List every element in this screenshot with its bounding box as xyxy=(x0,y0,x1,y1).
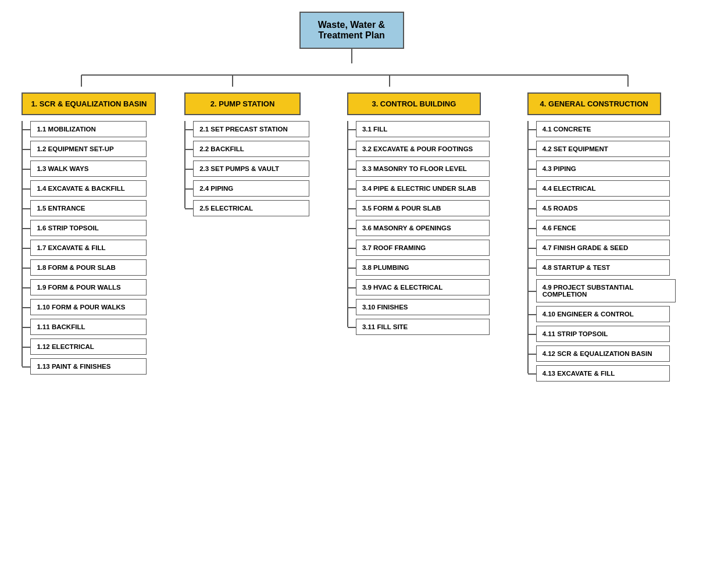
category-header-2: 2. PUMP STATION xyxy=(184,92,301,115)
list-item: 3.2 EXCAVATE & POUR FOOTINGS xyxy=(356,141,490,157)
list-item: 3.9 HVAC & ELECTRICAL xyxy=(356,279,490,295)
list-item: 4.7 FINISH GRADE & SEED xyxy=(536,240,670,256)
column-1: 1. SCR & EQUALIZATION BASIN 1.1 MOBILIZA… xyxy=(22,87,158,378)
list-item: 1.2 EQUIPMENT SET-UP xyxy=(30,141,147,157)
list-item: 4.1 CONCRETE xyxy=(536,121,670,137)
cat3-label: 3. CONTROL BUILDING xyxy=(372,99,456,108)
list-item: 4.5 ROADS xyxy=(536,200,670,216)
diagram-container: Waste, Water & Treatment Plan xyxy=(0,0,703,397)
horizontal-connector-svg xyxy=(6,63,697,87)
list-item: 1.12 ELECTRICAL xyxy=(30,338,147,355)
category-header-3: 3. CONTROL BUILDING xyxy=(347,92,481,115)
list-item: 4.12 SCR & EQUALIZATION BASIN xyxy=(536,345,670,362)
list-item: 4.8 STARTUP & TEST xyxy=(536,259,670,276)
list-item: 3.1 FILL xyxy=(356,121,490,137)
list-item: 1.3 WALK WAYS xyxy=(30,161,147,177)
list-item: 3.3 MASONRY TO FLOOR LEVEL xyxy=(356,161,490,177)
list-item: 2.3 SET PUMPS & VAULT xyxy=(193,161,309,177)
list-item: 1.7 EXCAVATE & FILL xyxy=(30,240,147,256)
list-item: 4.4 ELECTRICAL xyxy=(536,180,670,197)
list-item: 2.5 ELECTRICAL xyxy=(193,200,309,216)
category-header-1: 1. SCR & EQUALIZATION BASIN xyxy=(22,92,156,115)
root-node: Waste, Water & Treatment Plan xyxy=(299,12,404,49)
list-item: 4.11 STRIP TOPSOIL xyxy=(536,326,670,342)
column-1-items: 1.1 MOBILIZATION 1.2 EQUIPMENT SET-UP 1.… xyxy=(22,121,147,378)
list-item: 1.11 BACKFILL xyxy=(30,319,147,335)
list-item: 3.6 MASONRY & OPENINGS xyxy=(356,220,490,236)
list-item: 2.2 BACKFILL xyxy=(193,141,309,157)
list-item: 1.13 PAINT & FINISHES xyxy=(30,358,147,375)
list-item: 4.13 EXCAVATE & FILL xyxy=(536,365,670,382)
column-4-items: 4.1 CONCRETE 4.2 SET EQUIPMENT 4.3 PIPIN… xyxy=(527,121,676,385)
list-item: 2.1 SET PRECAST STATION xyxy=(193,121,309,137)
list-item: 4.2 SET EQUIPMENT xyxy=(536,141,670,157)
list-item: 3.4 PIPE & ELECTRIC UNDER SLAB xyxy=(356,180,490,197)
list-item: 1.10 FORM & POUR WALKS xyxy=(30,299,147,315)
list-item: 4.6 FENCE xyxy=(536,220,670,236)
cat4-label: 4. GENERAL CONSTRUCTION xyxy=(540,99,648,108)
list-item: 3.7 ROOF FRAMING xyxy=(356,240,490,256)
cat2-label: 2. PUMP STATION xyxy=(210,99,275,108)
list-item: 3.8 PLUMBING xyxy=(356,259,490,276)
column-3: 3. CONTROL BUILDING 3.1 FILL 3.2 EXCAVAT… xyxy=(347,87,501,338)
root-title-line2: Treatment Plan xyxy=(318,30,385,40)
list-item: 1.6 STRIP TOPSOIL xyxy=(30,220,147,236)
list-item: 1.5 ENTRANCE xyxy=(30,200,147,216)
column-2-items: 2.1 SET PRECAST STATION 2.2 BACKFILL 2.3… xyxy=(184,121,309,220)
list-item: 4.10 ENGINEER & CONTROL xyxy=(536,306,670,322)
list-item: 4.3 PIPING xyxy=(536,161,670,177)
column-4: 4. GENERAL CONSTRUCTION 4.1 CONCRETE 4.2… xyxy=(527,87,681,385)
list-item: 1.1 MOBILIZATION xyxy=(30,121,147,137)
root-title-line1: Waste, Water & xyxy=(318,20,385,30)
cat1-label: 1. SCR & EQUALIZATION BASIN xyxy=(31,99,147,108)
list-item: 1.8 FORM & POUR SLAB xyxy=(30,259,147,276)
list-item: 4.9 PROJECT SUBSTANTIAL COMPLETION xyxy=(536,279,676,302)
list-item: 1.4 EXCAVATE & BACKFILL xyxy=(30,180,147,197)
category-header-4: 4. GENERAL CONSTRUCTION xyxy=(527,92,661,115)
column-2: 2. PUMP STATION 2.1 SET PRECAST STATION … xyxy=(184,87,321,220)
list-item: 1.9 FORM & POUR WALLS xyxy=(30,279,147,295)
list-item: 3.5 FORM & POUR SLAB xyxy=(356,200,490,216)
column-3-items: 3.1 FILL 3.2 EXCAVATE & POUR FOOTINGS 3.… xyxy=(347,121,490,338)
list-item: 3.10 FINISHES xyxy=(356,299,490,315)
list-item: 3.11 FILL SITE xyxy=(356,319,490,335)
list-item: 2.4 PIPING xyxy=(193,180,309,197)
